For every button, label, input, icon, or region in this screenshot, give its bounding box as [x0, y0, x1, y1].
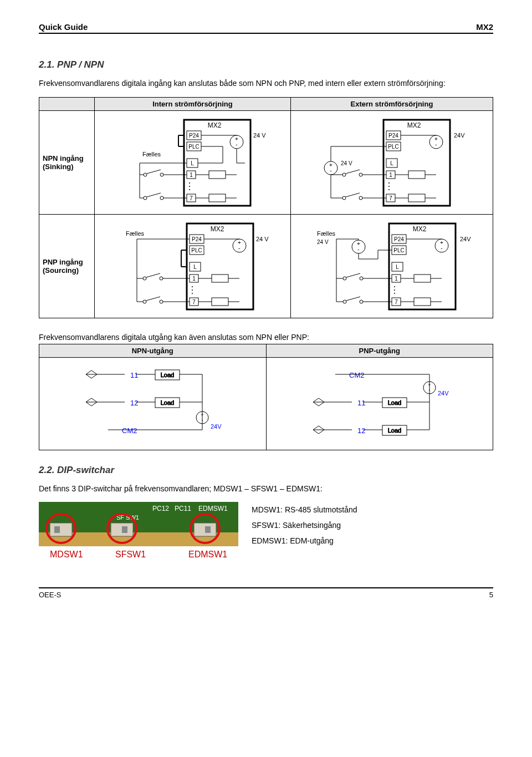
diag-npn-intern: MX2 P24 PLC L +- 24 V Fælles 1 7 — [95, 110, 291, 214]
svg-text:24 V: 24 V — [253, 132, 266, 139]
col-intern: Intern strömförsörjning — [95, 97, 291, 110]
svg-point-66 — [388, 186, 390, 187]
svg-text:Load: Load — [161, 399, 174, 406]
svg-text:Load: Load — [161, 372, 174, 378]
svg-text:PC12: PC12 — [152, 505, 169, 512]
svg-point-113 — [192, 289, 193, 291]
svg-line-173 — [346, 273, 360, 277]
header-left: Quick Guide — [39, 22, 88, 32]
output-diagram-table: NPN-utgång PNP-utgång 11 12 CM2 Load Loa… — [39, 344, 493, 450]
svg-text:-: - — [428, 387, 430, 393]
wiring-diagram-icon: MX2 P24 PLC L +- 24 V Fælles 1 7 — [109, 219, 275, 313]
footer-left: OEE-S — [39, 591, 61, 599]
svg-text:PC11: PC11 — [175, 505, 191, 512]
wiring-diagram-icon: MX2 P24 PLC L +- 24V 1 7 +- 24 V — [309, 115, 475, 210]
svg-point-37 — [160, 173, 163, 176]
header-right: MX2 — [476, 22, 493, 32]
col-npn-out: NPN-utgång — [39, 344, 267, 357]
svg-rect-118 — [212, 298, 228, 306]
svg-text:1: 1 — [389, 172, 392, 178]
svg-text:-: - — [202, 417, 203, 423]
svg-rect-231 — [54, 526, 60, 533]
diag-npn-extern: MX2 P24 PLC L +- 24V 1 7 +- 24 V — [290, 110, 493, 214]
wiring-diagram-icon: 11 12 CM2 Load Load +- 2 — [64, 362, 241, 445]
svg-point-128 — [143, 300, 146, 303]
svg-text:MX2: MX2 — [211, 225, 224, 233]
svg-text:1: 1 — [193, 276, 196, 282]
svg-text:11: 11 — [357, 399, 365, 407]
svg-text:-: - — [435, 141, 437, 148]
svg-text:CM2: CM2 — [349, 371, 364, 379]
svg-rect-68 — [408, 171, 425, 179]
svg-text:CM2: CM2 — [122, 426, 137, 435]
svg-text:SFSW1: SFSW1 — [115, 550, 146, 559]
wiring-diagram-icon: MX2 P24 PLC L +- 24V 1 7 Fælles 24 V +- — [306, 219, 478, 313]
svg-text:MX2: MX2 — [208, 121, 222, 129]
wiring-diagram-icon: MX2 P24 PLC L +- 24 V Fælles 1 7 — [112, 115, 273, 210]
svg-point-36 — [144, 173, 147, 176]
svg-line-88 — [346, 193, 360, 197]
svg-rect-115 — [212, 275, 228, 282]
svg-text:PLC: PLC — [192, 247, 202, 253]
svg-rect-30 — [209, 171, 226, 179]
row-pnp-label: PNP ingång (Sourcing) — [39, 214, 95, 318]
svg-point-152 — [394, 293, 395, 294]
svg-text:Fælles: Fælles — [142, 151, 161, 158]
page-header: Quick Guide MX2 — [39, 22, 493, 34]
svg-point-176 — [343, 300, 346, 303]
svg-point-123 — [143, 277, 146, 280]
diag-pnp-intern: MX2 P24 PLC L +- 24 V Fælles 1 7 — [95, 214, 291, 318]
svg-rect-153 — [414, 275, 431, 282]
svg-rect-71 — [408, 194, 425, 202]
page-footer: OEE-S 5 — [39, 587, 493, 599]
svg-text:EDMSW1: EDMSW1 — [198, 505, 228, 512]
svg-text:EDMSW1: EDMSW1 — [188, 550, 227, 559]
svg-text:-: - — [239, 245, 241, 251]
footer-page-number: 5 — [489, 591, 493, 599]
svg-text:P24: P24 — [394, 236, 404, 242]
svg-point-65 — [388, 182, 390, 184]
svg-text:24 V: 24 V — [317, 239, 329, 245]
svg-text:MX2: MX2 — [413, 225, 427, 233]
dip-switch-descriptions: MDSW1: RS-485 slutmotstånd SFSW1: Säkerh… — [252, 502, 357, 548]
svg-rect-156 — [414, 298, 431, 306]
row-npn-label: NPN ingång (Sinking) — [39, 110, 95, 214]
svg-text:-: - — [441, 245, 442, 251]
svg-text:PLC: PLC — [388, 144, 398, 150]
svg-line-38 — [147, 170, 161, 174]
svg-text:Fælles: Fælles — [126, 230, 145, 237]
svg-line-42 — [147, 193, 161, 197]
section-2-1-intro: Frekvensomvandlarens digitala ingång kan… — [39, 78, 493, 89]
svg-text:PLC: PLC — [189, 144, 200, 150]
svg-text:MDSW1: MDSW1 — [50, 550, 83, 559]
svg-text:MX2: MX2 — [407, 121, 421, 129]
svg-line-83 — [346, 170, 360, 174]
svg-text:PLC: PLC — [393, 247, 404, 253]
svg-point-151 — [394, 289, 395, 291]
svg-text:7: 7 — [389, 195, 392, 201]
section-2-2-heading: 2.2. DIP-switchar — [39, 465, 493, 476]
svg-line-178 — [346, 297, 360, 301]
svg-text:24V: 24V — [211, 423, 222, 430]
svg-text:7: 7 — [190, 195, 193, 201]
svg-point-124 — [160, 277, 163, 280]
svg-point-150 — [394, 286, 395, 287]
desc-edmsw1: EDMSW1: EDM-utgång — [252, 533, 357, 548]
pcb-photo-icon: PC12 PC11 EDMSW1 SF SW1 — [39, 502, 238, 563]
svg-text:P24: P24 — [190, 133, 200, 139]
col-pnp-out: PNP-utgång — [266, 344, 493, 357]
svg-point-129 — [160, 300, 163, 303]
desc-mdsw1: MDSW1: RS-485 slutmotstånd — [252, 502, 357, 517]
section-2-1-heading: 2.1. PNP / NPN — [39, 59, 493, 70]
svg-text:Load: Load — [388, 427, 401, 434]
svg-point-82 — [359, 173, 362, 176]
diag-pnp-extern: MX2 P24 PLC L +- 24V 1 7 Fælles 24 V +- — [290, 214, 493, 318]
svg-point-87 — [359, 196, 362, 200]
svg-rect-230 — [50, 523, 72, 536]
svg-text:24V: 24V — [454, 132, 465, 139]
svg-text:1: 1 — [190, 172, 193, 178]
svg-text:Load: Load — [388, 399, 401, 406]
svg-text:7: 7 — [395, 299, 398, 305]
svg-point-171 — [343, 277, 346, 280]
svg-text:24V: 24V — [460, 236, 471, 242]
